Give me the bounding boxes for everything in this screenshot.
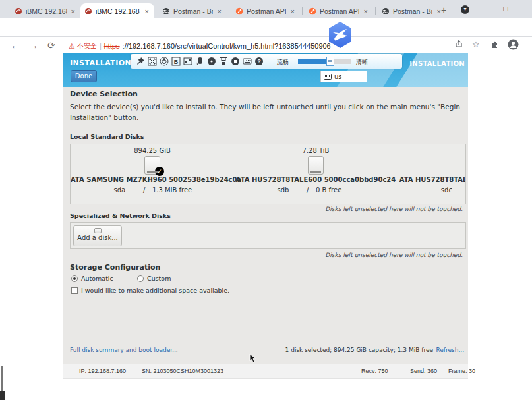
tab-overflow-icon[interactable]: ▾ (461, 5, 469, 14)
cd-rom-icon[interactable] (207, 57, 216, 66)
disk-mount: / (463, 186, 466, 194)
status-sn: SN: 2103050CSH10M3001323 (142, 368, 223, 374)
mouse-cursor-icon (249, 353, 256, 366)
disk-sdc[interactable]: 7.28 TiB ATA HUS728T8TALE600 5000cca0bbd… (398, 144, 466, 194)
radio-icon[interactable] (137, 275, 144, 282)
disk-size: 7.28 TiB (398, 147, 466, 154)
disk-name: ATA SAMSUNG MZ7KH960 5002538e19b24c0a (71, 176, 234, 183)
local-disks-panel: 894.25 GiB ✓ ATA SAMSUNG MZ7KH960 500253… (70, 144, 466, 204)
disk-dev: sda (103, 186, 136, 194)
tab-postman-api-2[interactable]: Postman API Platfo × (305, 3, 373, 18)
quality-slider[interactable] (298, 59, 351, 64)
add-disk-label: Add a disk... (77, 234, 118, 241)
refresh-link[interactable]: Refresh... (436, 347, 464, 353)
tab-close-icon[interactable]: × (144, 7, 150, 15)
fullscreen-icon[interactable] (148, 57, 157, 66)
quality-smooth-label: 流畅 (277, 58, 289, 67)
power-icon[interactable] (160, 57, 169, 66)
back-icon[interactable]: ← (11, 40, 20, 51)
tab-separator (302, 7, 303, 15)
share-icon[interactable] (454, 40, 463, 51)
tab-ibmc-1[interactable]: iBMC 192.168.7.16 × (11, 3, 80, 18)
tab-close-icon[interactable]: × (363, 7, 369, 15)
tab-title: iBMC 192.168.7.16 (26, 7, 67, 15)
tab-postman-browse-2[interactable]: Postman - Browse × (378, 3, 446, 18)
bookmark-star-icon[interactable]: ☆ (472, 40, 480, 49)
keyboard-layout-value: us (334, 73, 342, 80)
window-maximize-button[interactable]: □ (498, 3, 513, 14)
status-send: Send: 360 (410, 368, 437, 374)
screenshot-icon[interactable] (183, 57, 192, 66)
tab-close-icon[interactable]: × (289, 7, 296, 15)
svg-text:B: B (174, 59, 179, 65)
radio-automatic-label: Automatic (81, 275, 113, 282)
extensions-puzzle-icon[interactable] (490, 40, 500, 51)
forward-icon[interactable]: → (29, 40, 38, 51)
reclaim-space-checkbox[interactable]: I would like to make additional space av… (71, 287, 229, 294)
disk-sdb[interactable]: 7.28 TiB ATA HUS728T8TALE600 5000cca0bbd… (234, 144, 398, 194)
disk-sda[interactable]: 894.25 GiB ✓ ATA SAMSUNG MZ7KH960 500253… (71, 144, 234, 194)
mouse-settings-icon[interactable] (195, 57, 204, 66)
unselected-note: Disks left unselected here will not be t… (325, 252, 463, 258)
url-field[interactable]: ⚠不安全 | https://192.168.7.160/src/virtual… (69, 40, 331, 52)
checkbox-icon[interactable] (71, 287, 78, 294)
radio-automatic[interactable]: Automatic (71, 275, 113, 282)
specialized-disks-title: Specialized & Network Disks (70, 212, 171, 219)
kvm-bird-logo-icon (326, 20, 354, 49)
storage-config-title: Storage Configuration (70, 263, 160, 271)
installer-title-right: INSTALLATION (409, 60, 465, 67)
disk-dev: sdc (430, 186, 463, 194)
done-button[interactable]: Done (71, 70, 97, 82)
disk-size: 894.25 GiB (71, 147, 234, 154)
browser-tab-strip: iBMC 192.168.7.16 × iBMC 192.168.7.16 × … (0, 0, 532, 18)
tab-title: iBMC 192.168.7.16 (96, 7, 140, 15)
tab-separator (229, 7, 229, 15)
quality-slider-handle[interactable] (326, 57, 334, 66)
tab-ibmc-2-active[interactable]: iBMC 192.168.7.16 × (80, 3, 154, 18)
radio-custom[interactable]: Custom (137, 275, 171, 282)
reload-icon[interactable]: ⟳ (47, 40, 55, 51)
svg-text:?: ? (257, 58, 260, 65)
tab-title: Postman - Browse (173, 7, 213, 15)
quality-clear-label: 清晰 (356, 58, 368, 67)
disk-dev: sdb (267, 186, 300, 194)
window-minimize-button[interactable]: – (480, 3, 494, 14)
globe-favicon-icon (382, 7, 390, 15)
url-text: ://192.168.7.160/src/virtualControl/kvm_… (123, 42, 331, 50)
tab-postman-browse-1[interactable]: Postman - Browse × (158, 3, 227, 18)
url-divider: | (100, 42, 102, 50)
security-warning[interactable]: ⚠不安全 (69, 42, 97, 51)
new-tab-button[interactable]: + (438, 5, 450, 16)
tab-close-icon[interactable]: × (70, 7, 76, 15)
pin-icon[interactable] (136, 57, 145, 66)
boot-device-icon[interactable]: B (171, 57, 181, 66)
tab-title: Postman API Platfo (247, 7, 286, 15)
quality-slider-fill (298, 59, 327, 64)
tab-postman-api-1[interactable]: Postman API Platfo × (231, 3, 300, 18)
tab-close-icon[interactable]: × (216, 7, 223, 15)
postman-favicon-icon (309, 7, 316, 15)
full-disk-summary-link[interactable]: Full disk summary and boot loader... (70, 347, 178, 353)
postman-favicon-icon (235, 7, 243, 15)
network-disks-panel: Add a disk... (70, 222, 466, 249)
status-recv: Recv: 750 (361, 368, 388, 374)
mini-drive-icon (94, 228, 102, 233)
virtual-keyboard-icon[interactable] (243, 57, 252, 66)
disk-free: 1.3 MiB free (152, 186, 234, 194)
add-disk-button[interactable]: Add a disk... (73, 225, 122, 246)
disk-drive-icon (308, 156, 324, 175)
status-frame: Frame: 30 (448, 368, 475, 374)
device-selection-title: Device Selection (70, 90, 138, 98)
disk-mount: / (299, 186, 316, 194)
disk-name: ATA HUS728T8TALE600 5000cca0bbd90c24 (234, 176, 398, 183)
floppy-save-icon[interactable] (219, 57, 228, 66)
browser-address-bar: ← → ⟳ ⚠不安全 | https://192.168.7.160/src/v… (0, 18, 532, 37)
keyboard-layout-selector[interactable]: us (320, 71, 367, 82)
profile-avatar[interactable] (508, 39, 519, 52)
radio-icon[interactable] (71, 275, 78, 282)
help-icon[interactable]: ? (254, 57, 264, 66)
warning-triangle-icon: ⚠ (69, 42, 75, 51)
record-display-icon[interactable] (231, 57, 240, 66)
installer-bottom-bar: Full disk summary and boot loader... 1 d… (63, 345, 468, 357)
local-disks-title: Local Standard Disks (70, 133, 144, 140)
